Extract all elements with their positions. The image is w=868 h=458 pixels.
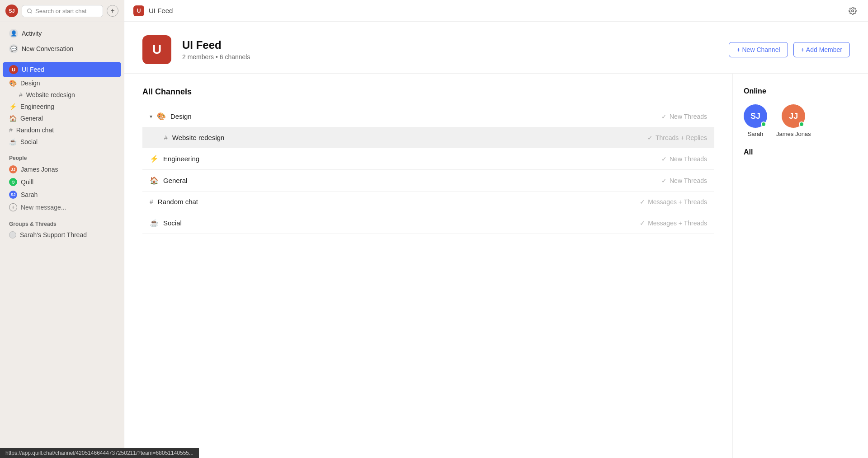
add-member-button[interactable]: + Add Member [793,42,850,57]
all-label: All [744,148,857,156]
james-online-badge [799,122,804,127]
channel-row-engineering[interactable]: ⚡ Engineering ✓ New Threads [142,148,714,170]
design-channel-name: Design [170,112,192,120]
hash-icon: # [19,91,23,98]
thread-sarahs-support[interactable]: Sarah's Support Thread [3,229,121,241]
channel-row-random-chat[interactable]: # Random chat ✓ Messages + Threads [142,192,714,212]
search-icon [27,8,33,14]
design-label: Design [20,79,40,87]
random-chat-notification: Messages + Threads [648,198,707,206]
feed-workspace-icon: U [142,35,171,64]
activity-icon: 👤 [9,29,18,38]
new-conversation-label: New Conversation [22,45,73,52]
channel-row-website-redesign[interactable]: # Website redesign ✓ Threads + Replies [142,127,714,148]
sidebar-item-new-conversation[interactable]: 💬 New Conversation [3,41,121,56]
status-bar: https://app.quill.chat/channel/420514664… [0,448,199,458]
sidebar-channel-website-redesign[interactable]: # Website redesign [3,89,121,101]
random-chat-check-icon: ✓ [640,198,645,206]
workspace-label: UI Feed [22,66,44,73]
new-channel-button[interactable]: + New Channel [729,42,788,57]
activity-label: Activity [22,30,42,37]
engineering-check-icon: ✓ [661,155,667,163]
website-redesign-label: Website redesign [26,91,75,98]
sidebar-channel-social[interactable]: ☕ Social [3,136,121,148]
person-sarah[interactable]: SJ Sarah [3,188,121,201]
people-section-label: People [0,151,124,163]
status-url: https://app.quill.chat/channel/420514664… [5,450,193,456]
engineering-notification: New Threads [670,155,707,163]
sidebar-channel-engineering[interactable]: ⚡ Engineering [3,101,121,112]
design-check-icon: ✓ [661,113,667,120]
svg-point-0 [28,9,32,13]
sidebar-header: SJ Search or start chat + [0,0,124,22]
quill-name: Quill [21,178,33,186]
sarah-online-name: Sarah [748,131,764,137]
engineering-channel-name: Engineering [163,155,199,163]
feed-actions: + New Channel + Add Member [729,42,850,57]
channel-row-general[interactable]: 🏠 General ✓ New Threads [142,170,714,192]
quill-avatar: Q [9,178,17,186]
design-icon: 🎨 [9,79,17,87]
website-redesign-hash-icon: # [164,134,168,141]
thread-dot-icon [9,231,16,238]
svg-point-1 [852,9,854,12]
design-cat-icon: 🎨 [157,112,166,121]
online-user-sarah[interactable]: SJ Sarah [744,104,767,137]
main-workspace-icon: U [133,5,144,16]
sidebar-channel-general[interactable]: 🏠 General [3,112,121,124]
new-message-label: New message... [21,204,66,211]
design-notification: New Threads [670,113,707,120]
james-jonas-name: James Jonas [21,166,58,173]
sidebar-channel-random-chat[interactable]: # Random chat [3,124,121,136]
random-chat-hash-icon: # [150,198,153,206]
channel-row-social[interactable]: ☕ Social ✓ Messages + Threads [142,212,714,234]
sarah-name: Sarah [21,191,38,198]
channel-row-design[interactable]: ▾ 🎨 Design ✓ New Threads [142,106,714,127]
james-online-name: James Jonas [776,131,811,137]
new-conversation-icon: 💬 [9,44,18,53]
website-redesign-check-icon: ✓ [647,134,653,141]
new-message-plus-icon: + [9,203,17,211]
general-check-icon: ✓ [661,177,667,184]
general-cat-icon: 🏠 [150,176,159,185]
main-header: U UI Feed [124,0,868,22]
new-message-item[interactable]: + New message... [3,201,121,214]
sarah-online-avatar: SJ [744,104,767,128]
random-chat-channel-name: Random chat [158,198,198,206]
person-james-jonas[interactable]: JJ James Jonas [3,163,121,176]
sidebar-navigation: 👤 Activity 💬 New Conversation [0,22,124,60]
sidebar-item-ui-feed[interactable]: U UI Feed [3,62,121,77]
search-placeholder: Search or start chat [35,8,86,14]
add-button[interactable]: + [107,5,118,17]
random-chat-label: Random chat [16,126,54,134]
settings-icon [849,7,857,15]
james-online-avatar: JJ [782,104,805,128]
online-users-list: SJ Sarah JJ James Jonas [744,104,857,137]
search-bar[interactable]: Search or start chat [22,5,103,17]
social-cat-icon: ☕ [150,219,159,227]
james-jonas-avatar: JJ [9,165,17,173]
general-label: General [20,115,43,122]
online-title: Online [744,87,857,95]
general-icon: 🏠 [9,115,17,122]
social-channel-name: Social [163,219,182,227]
feed-title: UI Feed [182,39,250,51]
people-section: People JJ James Jonas Q Quill SJ Sarah +… [0,150,124,215]
settings-button[interactable] [846,5,859,17]
sarahs-support-label: Sarah's Support Thread [20,231,87,238]
header-right [846,5,859,17]
workspace-icon: U [9,65,18,74]
online-user-james-jonas[interactable]: JJ James Jonas [776,104,811,137]
sidebar-item-activity[interactable]: 👤 Activity [3,26,121,41]
main-header-title: UI Feed [149,7,173,14]
general-notification: New Threads [670,177,707,184]
engineering-cat-icon: ⚡ [150,154,159,163]
feed-info: UI Feed 2 members • 6 channels [182,39,250,61]
groups-threads-label: Groups & Threads [0,217,124,229]
website-redesign-notification: Threads + Replies [656,134,707,141]
user-avatar[interactable]: SJ [5,5,18,17]
person-quill[interactable]: Q Quill [3,176,121,188]
sidebar: SJ Search or start chat + 👤 Activity 💬 N… [0,0,124,458]
sidebar-channel-design[interactable]: 🎨 Design [3,77,121,89]
general-channel-name: General [163,177,187,184]
